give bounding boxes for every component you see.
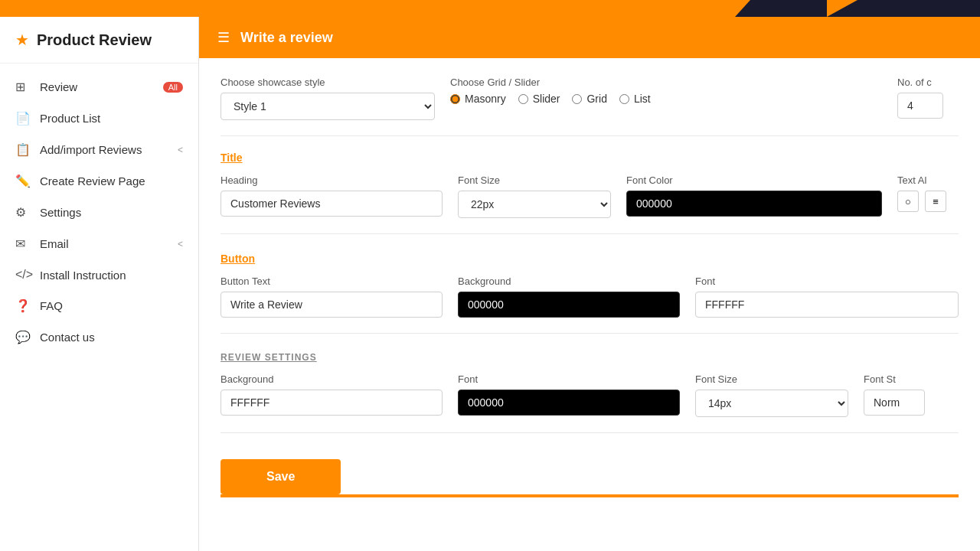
hamburger-icon[interactable]: ☰ <box>217 29 230 46</box>
sidebar-item-review-label: Review <box>40 80 77 93</box>
showcase-style-label: Choose showcase style <box>220 77 435 88</box>
review-bg-input[interactable] <box>220 390 443 416</box>
review-font-input[interactable] <box>458 390 680 416</box>
sidebar-item-create-review[interactable]: ✏️ Create Review Page <box>0 165 198 197</box>
button-bg-input[interactable] <box>458 292 680 318</box>
button-section-header[interactable]: Button <box>220 253 959 265</box>
sidebar-item-install-label: Install Instruction <box>40 269 126 282</box>
radio-masonry-input[interactable] <box>450 94 460 104</box>
text-align-label: Text Al <box>897 174 959 186</box>
text-align-center-btn[interactable]: ≡ <box>925 191 946 212</box>
button-font-label: Font <box>695 276 959 287</box>
heading-label: Heading <box>220 174 443 186</box>
review-font-style-input[interactable] <box>864 390 925 416</box>
sidebar-item-add-import-label: Add/import Reviews <box>40 143 142 156</box>
heading-group: Heading <box>220 174 443 217</box>
sidebar-item-install[interactable]: </> Install Instruction <box>0 259 198 290</box>
font-size-label: Font Size <box>458 174 611 186</box>
font-color-label: Font Color <box>626 174 882 186</box>
main-header: ☰ Write a review <box>199 17 980 58</box>
no-of-col-label: No. of c <box>897 77 959 88</box>
radio-grid-input[interactable] <box>572 94 582 104</box>
title-section-header[interactable]: Title <box>220 152 959 164</box>
star-icon: ★ <box>15 31 29 49</box>
sidebar-item-settings-label: Settings <box>40 206 81 219</box>
button-row: Button Text Background Font <box>220 276 959 334</box>
title-section: Title Heading Font Size 14px 16px 18px 2… <box>220 152 959 234</box>
grid-slider-radios: Masonry Slider Grid List <box>450 93 882 105</box>
review-font-label: Font <box>458 373 680 385</box>
sidebar-item-email-label: Email <box>40 237 69 250</box>
text-align-group: Text Al ○ ≡ <box>897 174 959 212</box>
question-icon: ❓ <box>15 298 31 313</box>
showcase-row: Choose showcase style Style 1 Style 2 St… <box>220 77 959 136</box>
heading-input[interactable] <box>220 191 443 217</box>
no-of-col-input[interactable] <box>897 93 943 119</box>
radio-grid[interactable]: Grid <box>572 93 606 105</box>
review-bg-label: Background <box>220 373 443 385</box>
review-font-style-group: Font St <box>864 373 925 416</box>
review-settings-header[interactable]: REVIEW SETTINGS <box>220 352 959 363</box>
page-title: Write a review <box>240 30 333 46</box>
sidebar-item-settings[interactable]: ⚙ Settings <box>0 197 198 228</box>
sidebar-item-faq[interactable]: ❓ FAQ <box>0 290 198 321</box>
sidebar-header: ★ Product Review <box>0 17 198 64</box>
main-body: Choose showcase style Style 1 Style 2 St… <box>199 58 980 551</box>
showcase-style-group: Choose showcase style Style 1 Style 2 St… <box>220 77 435 120</box>
title-row: Heading Font Size 14px 16px 18px 20px 22… <box>220 174 959 234</box>
app-title: Product Review <box>37 31 152 49</box>
review-font-group: Font <box>458 373 680 416</box>
radio-list-input[interactable] <box>619 94 629 104</box>
code-icon: </> <box>15 268 31 282</box>
sidebar-item-product-list[interactable]: 📄 Product List <box>0 103 198 134</box>
bottom-bar <box>220 494 959 497</box>
sidebar-item-create-review-label: Create Review Page <box>40 174 145 187</box>
no-of-col-group: No. of c <box>897 77 959 119</box>
sidebar-item-email[interactable]: ✉ Email < <box>0 228 198 259</box>
top-bar <box>0 0 980 17</box>
edit-icon: ✏️ <box>15 174 31 188</box>
grid-slider-label: Choose Grid / Slider <box>450 77 882 88</box>
sidebar-item-review[interactable]: ⊞ Review All <box>0 71 198 103</box>
gear-icon: ⚙ <box>15 205 31 220</box>
radio-slider[interactable]: Slider <box>518 93 560 105</box>
radio-masonry[interactable]: Masonry <box>450 93 506 105</box>
button-section: Button Button Text Background Font <box>220 253 959 334</box>
font-color-group: Font Color <box>626 174 882 217</box>
envelope-icon: ✉ <box>15 236 31 251</box>
review-badge: All <box>163 82 183 93</box>
radio-slider-input[interactable] <box>518 94 528 104</box>
file-icon: 📄 <box>15 111 31 126</box>
review-font-size-select[interactable]: 12px 13px 14px 15px 16px <box>695 390 848 417</box>
review-font-size-label: Font Size <box>695 373 848 385</box>
font-color-input[interactable] <box>626 191 882 217</box>
font-size-group: Font Size 14px 16px 18px 20px 22px 24px <box>458 174 611 218</box>
grid-slider-group: Choose Grid / Slider Masonry Slider Grid <box>450 77 882 105</box>
chat-icon: 💬 <box>15 330 31 344</box>
button-font-input[interactable] <box>695 292 959 318</box>
button-bg-label: Background <box>458 276 680 287</box>
button-text-label: Button Text <box>220 276 443 287</box>
sidebar: ★ Product Review ⊞ Review All 📄 Product … <box>0 17 199 551</box>
sidebar-item-product-list-label: Product List <box>40 112 100 125</box>
sidebar-item-add-import[interactable]: 📋 Add/import Reviews < <box>0 134 198 165</box>
chevron-icon-email: < <box>178 239 183 249</box>
text-align-left-btn[interactable]: ○ <box>897 191 919 212</box>
button-text-input[interactable] <box>220 292 443 318</box>
review-font-style-label: Font St <box>864 373 925 385</box>
font-size-select[interactable]: 14px 16px 18px 20px 22px 24px <box>458 191 611 218</box>
sidebar-item-contact-label: Contact us <box>40 331 95 344</box>
review-settings-row: Background Font Font Size 12px 13px 14px <box>220 373 959 433</box>
button-text-group: Button Text <box>220 276 443 318</box>
text-align-buttons: ○ ≡ <box>897 191 959 212</box>
sidebar-nav: ⊞ Review All 📄 Product List 📋 Add/import… <box>0 64 198 360</box>
sidebar-item-contact[interactable]: 💬 Contact us <box>0 321 198 353</box>
showcase-style-select[interactable]: Style 1 Style 2 Style 3 <box>220 93 435 120</box>
save-button[interactable]: Save <box>220 459 341 494</box>
button-font-group: Font <box>695 276 959 318</box>
review-bg-group: Background <box>220 373 443 416</box>
radio-list[interactable]: List <box>619 93 651 105</box>
app-container: ★ Product Review ⊞ Review All 📄 Product … <box>0 17 980 551</box>
main-content: ☰ Write a review Choose showcase style S… <box>199 17 980 551</box>
grid-icon: ⊞ <box>15 80 31 94</box>
